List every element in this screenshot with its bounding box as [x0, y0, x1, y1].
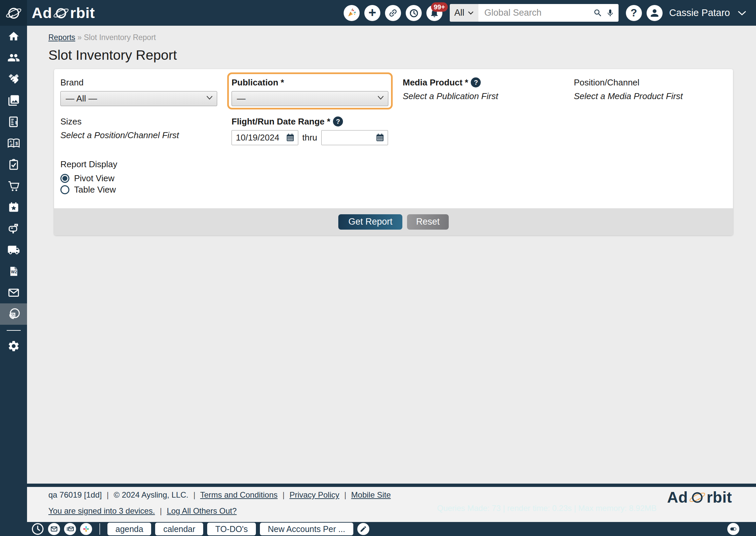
sidebar-logo-corner[interactable]	[0, 0, 27, 26]
microphone-icon[interactable]	[606, 8, 615, 18]
sidebar-item-billing[interactable]: $	[0, 111, 27, 132]
report-display-group: Report Display Pivot View Table View	[60, 159, 726, 195]
orbit-o-icon	[53, 5, 69, 21]
bottombar-divider	[99, 523, 100, 535]
chevron-down-icon	[737, 10, 747, 16]
slack-button[interactable]	[80, 523, 92, 535]
sidebar-item-media-library[interactable]	[0, 90, 27, 111]
user-avatar-icon	[649, 7, 660, 19]
search-icon[interactable]	[593, 8, 603, 18]
help-button[interactable]: ?	[626, 5, 642, 21]
devices-link[interactable]: You are signed into 3 devices.	[48, 506, 155, 515]
sidebar-item-distribution[interactable]	[0, 239, 27, 261]
calendar-button[interactable]: calendar	[155, 523, 203, 535]
filter-row-1: Brand — All — Publication * —	[60, 77, 726, 106]
sidebar-item-w2[interactable]: W2	[0, 261, 27, 282]
brand-select-value: — All —	[66, 93, 97, 104]
sidebar-item-deals[interactable]	[0, 68, 27, 90]
reports-pie-icon	[7, 307, 20, 321]
radio-table-view[interactable]: Table View	[60, 184, 726, 195]
topbar: Ad rbit	[0, 0, 756, 26]
whats-new-button[interactable]	[344, 5, 360, 21]
radio-button[interactable]	[60, 174, 69, 183]
brand-select[interactable]: — All —	[60, 91, 217, 106]
orbit-logo-icon	[5, 5, 22, 21]
sidebar-item-events[interactable]	[0, 197, 27, 218]
footer-separator: |	[344, 490, 346, 499]
breadcrumb-current: Slot Inventory Report	[84, 33, 156, 42]
w2-document-icon: W2	[8, 265, 19, 277]
help-icon[interactable]: ?	[471, 77, 481, 87]
agenda-button[interactable]: agenda	[107, 523, 151, 535]
new-accounts-button[interactable]: New Accounts Per ...	[260, 523, 353, 535]
todos-button[interactable]: TO-DO's	[207, 523, 256, 535]
sidebar-item-settings[interactable]	[0, 335, 27, 357]
publication-field: Publication * —	[232, 77, 388, 106]
events-calendar-icon	[8, 201, 20, 213]
calendar-icon[interactable]	[375, 133, 385, 142]
date-end	[321, 130, 388, 145]
clock-icon	[31, 523, 44, 535]
report-display-label: Report Display	[60, 159, 726, 170]
position-channel-label: Position/Channel	[574, 77, 731, 88]
position-channel-hint: Select a Media Product First	[574, 91, 731, 101]
sidebar: $ A P $	[0, 26, 27, 536]
history-button[interactable]	[406, 5, 422, 21]
get-report-button[interactable]: Get Report	[338, 214, 402, 230]
sizes-field: Sizes Select a Position/Channel First	[60, 116, 217, 145]
radio-pivot-view[interactable]: Pivot View	[60, 173, 726, 184]
log-others-out-link[interactable]: Log All Others Out?	[167, 506, 237, 515]
sidebar-item-email[interactable]	[0, 282, 27, 303]
breadcrumb-separator: »	[77, 33, 82, 42]
sidebar-item-rate-card[interactable]: A P $	[0, 132, 27, 154]
media-product-field: Media Product * ? Select a Publication F…	[403, 77, 559, 106]
publication-select[interactable]: —	[232, 91, 388, 106]
app-root: Ad rbit	[0, 0, 756, 536]
reset-button[interactable]: Reset	[407, 214, 449, 230]
media-library-icon	[7, 94, 20, 107]
help-icon: ?	[631, 7, 637, 19]
publication-label: Publication *	[232, 77, 388, 88]
sidebar-item-home[interactable]	[0, 26, 27, 47]
privacy-link[interactable]: Privacy Policy	[290, 490, 339, 499]
mobile-site-link[interactable]: Mobile Site	[351, 490, 391, 499]
user-menu-toggle[interactable]	[737, 10, 747, 16]
search-scope-dropdown[interactable]: All	[450, 4, 478, 22]
sidebar-item-tasks[interactable]	[0, 154, 27, 175]
user-name[interactable]: Cassie Pataro	[669, 7, 730, 18]
notifications-button[interactable]: 99+	[426, 5, 442, 21]
footer-separator: |	[107, 490, 109, 499]
notes-button[interactable]	[357, 523, 369, 535]
email-campaign-button[interactable]	[64, 523, 76, 535]
radio-button[interactable]	[60, 185, 69, 194]
global-search: All	[450, 4, 619, 22]
app-logo[interactable]: Ad rbit	[32, 4, 95, 22]
quick-add-button[interactable]: +	[364, 5, 380, 21]
email-shortcut-button[interactable]	[48, 523, 60, 535]
terms-link[interactable]: Terms and Conditions	[200, 490, 278, 499]
avatar[interactable]	[647, 5, 663, 21]
thru-label: thru	[302, 132, 317, 143]
settings-gear-icon	[7, 340, 20, 352]
rate-book-icon: A P $	[7, 137, 20, 149]
svg-text:$: $	[15, 141, 18, 146]
recent-activity-button[interactable]	[31, 523, 44, 535]
sidebar-item-contacts[interactable]	[0, 47, 27, 68]
calendar-icon[interactable]	[286, 133, 295, 142]
search-scope-value: All	[454, 8, 464, 18]
footer-separator: |	[283, 490, 285, 499]
sidebar-item-reports[interactable]	[0, 303, 27, 325]
bottombar-toggle[interactable]	[727, 523, 739, 535]
orbit-o-icon	[689, 489, 706, 506]
handshake-icon	[7, 72, 20, 86]
links-button[interactable]	[385, 5, 401, 21]
sidebar-item-orders[interactable]	[0, 175, 27, 197]
radio-label: Pivot View	[74, 173, 114, 184]
pencil-icon	[360, 525, 367, 533]
sidebar-item-mailbox[interactable]	[0, 218, 27, 239]
help-icon[interactable]: ?	[333, 116, 343, 126]
svg-text:W2: W2	[11, 270, 17, 274]
report-filter-card: Brand — All — Publication * —	[54, 69, 733, 235]
delivery-truck-icon	[7, 244, 20, 256]
breadcrumb-reports-link[interactable]: Reports	[48, 33, 75, 42]
